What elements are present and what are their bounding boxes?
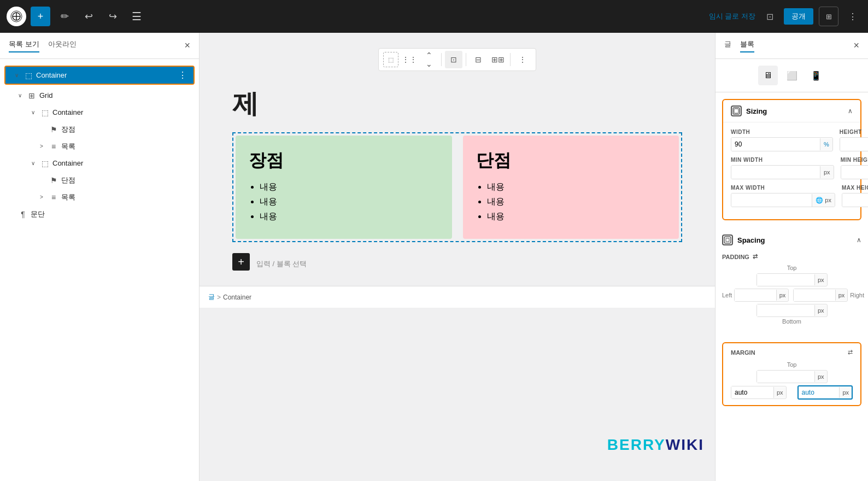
min-height-input[interactable] [841,166,868,179]
sizing-panel-header[interactable]: Sizing ∧ [723,100,860,122]
tree-item-grid[interactable]: ∨ ⊞ Grid ⋮ [0,87,199,104]
width-field-group: WIDTH % [731,129,833,151]
min-width-input[interactable] [731,166,820,179]
redo-button[interactable]: ↪ [103,7,122,26]
tree-item-container-1[interactable]: ∨ ⬚ Container ⋮ [0,104,199,121]
add-block-toolbar-button[interactable]: + [31,7,50,26]
max-height-input[interactable] [842,193,868,207]
max-width-input[interactable] [731,193,812,207]
tree-item-bookmark-2[interactable]: ⚑ 단점 ⋮ [0,172,199,189]
height-input-wrap: px [840,137,868,151]
width-unit[interactable]: % [820,138,832,150]
margin-right-input[interactable] [799,386,840,398]
padding-right-input[interactable] [794,289,835,301]
settings-panel-button[interactable]: ⊞ [819,7,838,26]
align-center-button[interactable]: ⊡ [445,51,462,68]
document-overview-button[interactable]: ☰ [127,7,146,26]
sidebar-close-button[interactable]: × [184,40,190,51]
undo-button[interactable]: ↩ [79,7,98,26]
tree-toggle-container-2[interactable]: ∨ [28,160,37,166]
tree-item-container-2[interactable]: ∨ ⬚ Container ⋮ [0,155,199,172]
max-width-group: MAX WIDTH 🌐 px [731,185,835,207]
desktop-view-button[interactable]: 🖥 [758,66,778,85]
sidebar-tree: ∨ ⬚ Container ⋮ ∨ ⊞ Grid ⋮ ∨ ⬚ Container… [0,59,199,481]
list-1-label: 목록 [61,142,181,151]
right-sidebar-close-button[interactable]: × [853,40,859,51]
sizing-body: WIDTH % HEIGHT px [723,122,860,219]
block-type-button[interactable]: ⬚ [383,52,398,67]
more-options-button[interactable]: ⋮ [844,8,861,25]
padding-bottom-wrap: px [756,304,828,317]
more-block-options[interactable]: ⋮ [514,51,531,68]
padding-link-icon[interactable]: ⇄ [753,253,758,260]
advantage-block: 장점 내용 내용 내용 [236,136,452,239]
tab-post[interactable]: 글 [724,39,731,52]
disadvantage-title: 단점 [476,149,666,173]
min-width-height-row: MIN WIDTH px MIN HEIGHT px [731,157,853,179]
padding-bottom-input[interactable] [757,304,814,316]
padding-right-wrap: px [793,289,848,302]
publish-button[interactable]: 공개 [784,8,813,25]
move-up-down-button[interactable]: ⌃⌄ [420,51,438,68]
margin-top-label-text: Top [787,361,797,368]
save-draft-button[interactable]: 임시 글로 저장 [709,11,755,21]
top-toolbar: + ✏ ↩ ↪ ☰ 임시 글로 저장 ⊡ 공개 ⊞ ⋮ [0,0,868,33]
margin-right-wrap: px [797,385,853,400]
tree-toggle-list-2[interactable]: > [37,194,46,200]
tab-block[interactable]: 블록 [740,39,754,52]
margin-header: MARGIN ⇄ [731,349,853,356]
margin-label: MARGIN [731,349,844,356]
grid-label: Grid [39,91,181,99]
tree-item-list-2[interactable]: > ≡ 목록 ⋮ [0,189,199,206]
padding-top-unit: px [814,274,827,285]
right-sidebar: 글 블록 × 🖥 ⬜ 📱 Sizing ∧ [715,33,868,481]
page-title[interactable]: 제 [232,86,682,121]
tree-toggle-list-1[interactable]: > [37,143,46,149]
padding-grid: Top px Left px [722,265,861,325]
tablet-view-button[interactable]: ⬜ [782,66,802,85]
grid-block: 장점 내용 내용 내용 단점 내용 내용 내용 [232,132,682,242]
padding-bottom-label: Bottom [782,318,801,325]
container-1-icon: ⬚ [39,108,50,117]
padding-top-input[interactable] [757,274,814,286]
tree-toggle-grid[interactable]: ∨ [15,92,24,98]
spacing-header[interactable]: Spacing ∧ [722,229,861,251]
tab-list-view[interactable]: 목록 보기 [9,39,39,52]
tab-outline[interactable]: 아웃라인 [48,39,77,52]
toolbar-divider-2 [466,53,466,66]
margin-left-input[interactable] [731,386,773,398]
padding-left-input[interactable] [735,289,776,301]
tree-item-list-1[interactable]: > ≡ 목록 ⋮ [0,138,199,155]
height-input[interactable] [840,138,868,151]
wp-logo[interactable] [7,7,26,26]
justify-button[interactable]: ⊟ [470,51,487,68]
tree-toggle-container-root[interactable]: ∨ [12,72,21,78]
tree-item-bookmark-1[interactable]: ⚑ 장점 ⋮ [0,121,199,138]
margin-right-unit: px [839,387,852,398]
disadvantage-list: 내용 내용 내용 [476,181,666,222]
sizing-toggle[interactable]: ∧ [848,107,853,115]
grid-icon: ⊞ [26,91,37,100]
svg-rect-5 [734,109,738,113]
left-sidebar: 목록 보기 아웃라인 × ∨ ⬚ Container ⋮ ∨ ⊞ Grid ⋮ [0,33,200,481]
spacing-toggle[interactable]: ∧ [857,236,861,244]
grid-view-button[interactable]: ⊞⊞ [489,51,507,68]
tree-item-paragraph[interactable]: ¶ 문단 ⋮ [0,206,199,222]
add-block-button[interactable]: + [232,253,250,271]
width-input[interactable] [731,138,820,151]
drag-handle-button[interactable]: ⋮⋮ [401,51,418,68]
tools-button[interactable]: ✏ [55,7,74,26]
margin-top-input[interactable] [757,371,814,383]
breadcrumb-root[interactable]: 글 [208,292,215,302]
paragraph-icon: ¶ [17,210,28,219]
list-1-icon: ≡ [48,142,59,151]
margin-link-icon[interactable]: ⇄ [848,349,853,356]
tree-toggle-container-1[interactable]: ∨ [28,109,37,115]
preview-button[interactable]: ⊡ [761,8,778,25]
sizing-panel: Sizing ∧ WIDTH % HEIGHT [722,99,861,220]
max-width-height-row: MAX WIDTH 🌐 px MAX HEIGHT px [731,185,853,207]
container-root-more[interactable]: ⋮ [178,70,187,80]
padding-section: PADDING ⇄ Top px Left [722,251,861,336]
tree-item-container-root[interactable]: ∨ ⬚ Container ⋮ [5,67,193,84]
mobile-view-button[interactable]: 📱 [806,66,826,85]
